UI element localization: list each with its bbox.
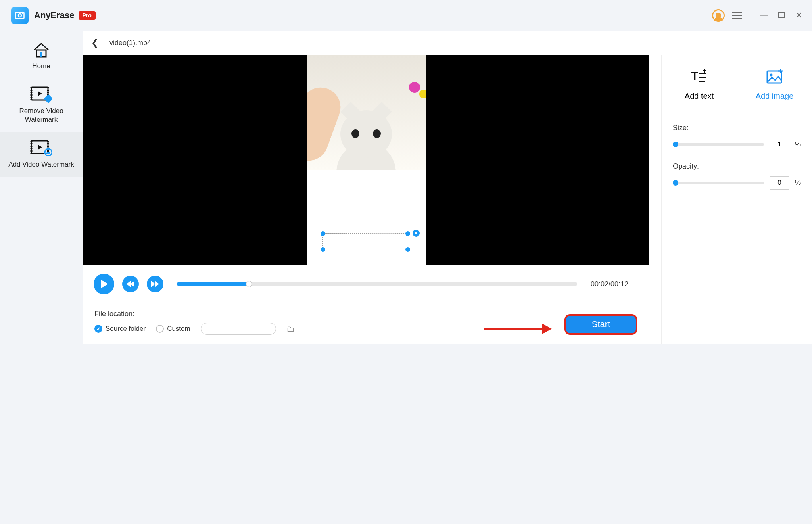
playback-bar: 00:02/00:12 <box>83 265 649 303</box>
svg-text:T: T <box>691 69 698 82</box>
radio-source-folder[interactable]: Source folder <box>94 325 146 333</box>
browse-folder-icon[interactable]: 🗀 <box>286 324 294 334</box>
back-button[interactable]: ❮ <box>91 38 98 48</box>
title-bar: AnyErase Pro — ✕ <box>0 0 812 31</box>
size-unit: % <box>795 140 801 148</box>
timecode: 00:02/00:12 <box>591 280 638 288</box>
opacity-label: Opacity: <box>673 162 801 171</box>
tab-add-text[interactable]: T Add text <box>662 55 737 114</box>
sidebar: Home Remove Video Watermark Add Video Wa… <box>0 31 83 344</box>
add-image-icon <box>766 68 784 86</box>
file-name: video(1).mp4 <box>109 39 151 47</box>
remove-watermark-icon <box>30 86 52 103</box>
resize-handle[interactable] <box>405 231 410 236</box>
menu-icon[interactable] <box>732 12 742 19</box>
radio-label: Source folder <box>106 325 146 333</box>
decor <box>307 82 346 167</box>
svg-point-26 <box>770 74 772 77</box>
decor <box>340 110 392 158</box>
size-label: Size: <box>673 124 801 132</box>
svg-marker-14 <box>101 280 108 288</box>
sidebar-item-home[interactable]: Home <box>0 35 83 79</box>
sidebar-item-label: Remove Video Watermark <box>19 107 63 123</box>
home-icon <box>33 42 50 58</box>
radio-custom[interactable]: Custom <box>156 325 190 333</box>
right-panel: T Add text <box>661 55 812 344</box>
decor <box>409 82 420 93</box>
progress-slider[interactable] <box>177 282 577 286</box>
minimize-button[interactable]: — <box>759 10 769 21</box>
svg-point-1 <box>18 14 21 17</box>
sidebar-item-label: Home <box>32 62 50 70</box>
svg-marker-16 <box>131 281 134 287</box>
play-button[interactable] <box>94 274 114 294</box>
maximize-button[interactable] <box>776 10 787 21</box>
size-input[interactable] <box>770 138 789 151</box>
pro-badge: Pro <box>79 11 96 20</box>
account-icon[interactable] <box>712 9 725 22</box>
svg-marker-15 <box>127 281 131 287</box>
file-location-label: File location: <box>94 310 294 318</box>
decor <box>419 90 426 98</box>
watermark-selection-box[interactable]: ✕ <box>322 233 408 250</box>
tab-label: Add text <box>685 92 714 101</box>
content-area: ❮ video(1).mp4 <box>83 31 812 344</box>
annotation-arrow <box>484 325 552 332</box>
size-slider[interactable] <box>673 143 764 146</box>
start-button[interactable]: Start <box>564 314 637 335</box>
resize-handle[interactable] <box>321 247 325 252</box>
radio-label: Custom <box>167 325 190 333</box>
breadcrumb: ❮ video(1).mp4 <box>83 31 812 55</box>
radio-unchecked-icon <box>156 325 164 333</box>
opacity-unit: % <box>795 179 801 187</box>
slider-thumb[interactable] <box>673 180 678 186</box>
sidebar-item-label: Add Video Watermark <box>8 161 74 168</box>
app-name: AnyErase <box>34 10 75 21</box>
add-watermark-icon <box>30 140 52 156</box>
svg-marker-18 <box>155 281 159 287</box>
radio-checked-icon <box>94 325 102 333</box>
svg-marker-17 <box>151 281 155 287</box>
sidebar-item-remove-watermark[interactable]: Remove Video Watermark <box>0 79 83 132</box>
output-row: File location: Source folder Custom <box>83 303 649 344</box>
tab-label: Add image <box>756 92 794 101</box>
resize-handle[interactable] <box>321 231 325 236</box>
progress-thumb[interactable] <box>246 281 252 287</box>
video-frame: ✕ <box>307 55 426 265</box>
svg-rect-8 <box>44 94 52 103</box>
svg-marker-12 <box>38 145 42 150</box>
app-logo <box>11 7 29 24</box>
start-button-label: Start <box>592 319 610 330</box>
opacity-input[interactable] <box>770 176 789 190</box>
svg-rect-3 <box>40 52 42 57</box>
rewind-button[interactable] <box>122 276 139 292</box>
add-text-icon: T <box>690 68 708 86</box>
svg-marker-7 <box>38 91 42 96</box>
forward-button[interactable] <box>147 276 163 292</box>
tab-add-image[interactable]: Add image <box>737 55 812 114</box>
remove-watermark-icon[interactable]: ✕ <box>413 230 420 237</box>
sidebar-item-add-watermark[interactable]: Add Video Watermark <box>0 132 83 177</box>
close-button[interactable]: ✕ <box>794 10 804 21</box>
video-preview[interactable]: ✕ <box>83 55 649 265</box>
slider-thumb[interactable] <box>673 142 678 147</box>
opacity-slider[interactable] <box>673 182 764 184</box>
custom-path-input[interactable] <box>201 323 276 335</box>
resize-handle[interactable] <box>405 247 410 252</box>
